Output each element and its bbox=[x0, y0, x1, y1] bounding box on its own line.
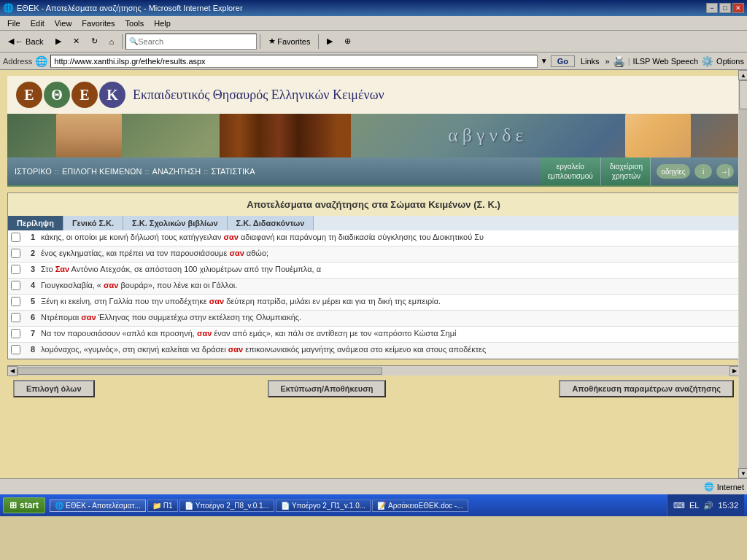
results-table: 1 κάκης, οι οποίοι με κοινή δήλωσή τους … bbox=[8, 230, 739, 359]
nav-istoriko[interactable]: ΙΣΤΟΡΙΚΟ bbox=[15, 167, 52, 176]
title-bar: 🌐 ΕΘΕΚ - Αποτελέσματα αναζήτησης - Micro… bbox=[0, 0, 747, 16]
zone-label: Internet bbox=[717, 483, 744, 491]
table-row: 3 Στο Σαν Αντόνιο Ατεχσάκ, σε απόσταση 1… bbox=[8, 262, 739, 279]
select-all-button[interactable]: Επιλογή όλων bbox=[13, 380, 95, 397]
search-box[interactable]: 🔍 bbox=[125, 34, 257, 50]
back-icon: ◀ bbox=[8, 36, 14, 46]
address-icon: 🌐 bbox=[35, 55, 47, 67]
taskbar-icon: 📄 bbox=[281, 502, 290, 510]
save-params-button[interactable]: Αποθήκευση παραμέτρων αναζήτησης bbox=[559, 380, 734, 397]
minimize-button[interactable]: − bbox=[706, 3, 718, 13]
row-checkbox-3[interactable] bbox=[11, 265, 20, 274]
vertical-scrollbar[interactable]: ▲ ▼ bbox=[738, 70, 747, 478]
menu-tools[interactable]: Tools bbox=[121, 18, 149, 29]
scroll-down-arrow[interactable]: ▼ bbox=[738, 468, 747, 478]
extras-button[interactable]: ⊕ bbox=[339, 34, 356, 48]
scroll-track[interactable] bbox=[18, 367, 729, 376]
row-text: λομόναχος, «γυμνός», στη σκηνή καλείται … bbox=[38, 343, 739, 359]
nav-help-btn[interactable]: οδηγίες bbox=[657, 164, 690, 179]
options-label[interactable]: Options bbox=[716, 57, 744, 66]
table-row: 5 Ξένη κι εκείνη, στη Γαλλία που την υπο… bbox=[8, 295, 739, 311]
menu-view[interactable]: View bbox=[50, 18, 77, 29]
menu-edit[interactable]: Edit bbox=[26, 18, 49, 29]
banner-person-right bbox=[625, 114, 691, 158]
row-highlight: σαν bbox=[223, 233, 238, 241]
row-highlight: σαν bbox=[104, 281, 118, 289]
ilsp-speech-label[interactable]: ILSP Web Speech bbox=[633, 57, 699, 66]
row-checkbox-2[interactable] bbox=[11, 249, 20, 258]
tab-geniko[interactable]: Γενικό Σ.Κ. bbox=[63, 216, 123, 230]
close-button[interactable]: ✕ bbox=[732, 3, 744, 13]
tab-didaskontes[interactable]: Σ.Κ. Διδασκόντων bbox=[228, 216, 314, 230]
options-icon[interactable]: ⚙️ bbox=[701, 55, 713, 67]
taskbar-icon: 📝 bbox=[377, 502, 386, 510]
home-button[interactable]: ⌂ bbox=[104, 35, 120, 48]
taskbar-label: Υποέργο 2_Π1_v.1.0... bbox=[292, 502, 365, 510]
scroll-left-arrow[interactable]: ◀ bbox=[7, 366, 18, 376]
address-input[interactable] bbox=[54, 57, 533, 66]
tab-scholika[interactable]: Σ.Κ. Σχολικών βιβλίων bbox=[123, 216, 227, 230]
nav-management-btn[interactable]: διαχείριση χρηστών bbox=[603, 158, 651, 185]
row-text: Στο Σαν Αντόνιο Ατεχσάκ, σε απόσταση 100… bbox=[38, 262, 739, 279]
language-indicator[interactable]: EL bbox=[689, 501, 699, 510]
taskbar-item-3[interactable]: 📄Υποέργο 2_Π1_v.1.0... bbox=[276, 499, 371, 512]
back-button[interactable]: ◀ ← Back bbox=[3, 34, 49, 48]
nav-links: ΙΣΤΟΡΙΚΟ :: ΕΠΙΛΟΓΗ ΚΕΙΜΕΝΩΝ :: ΑΝΑΖΗΤΗΣ… bbox=[7, 163, 541, 180]
toolbar: ◀ ← Back ▶ ✕ ↻ ⌂ 🔍 ★ Favorites ▶ ⊕ bbox=[0, 31, 747, 52]
horizontal-scrollbar[interactable]: ◀ ▶ bbox=[7, 365, 740, 376]
row-checkbox-6[interactable] bbox=[11, 313, 20, 322]
scroll-thumb[interactable] bbox=[18, 368, 382, 375]
taskbar-item-4[interactable]: 📝ΑρσάκειοΕΘΕΚ.doc -... bbox=[372, 499, 468, 512]
taskbar-item-0[interactable]: 🌐ΕΘΕΚ - Αποτελέσματ... bbox=[50, 499, 146, 512]
taskbar-icon: 🌐 bbox=[55, 502, 63, 510]
results-title: Αποτελέσματα αναζήτησης στα Σώματα Κειμέ… bbox=[8, 193, 739, 216]
menu-help[interactable]: Help bbox=[150, 18, 175, 29]
scroll-up-arrow[interactable]: ▲ bbox=[738, 70, 747, 80]
print-icon[interactable]: 🖨️ bbox=[613, 55, 625, 67]
scroll-v-thumb[interactable] bbox=[739, 80, 747, 109]
favorites-button[interactable]: ★ Favorites bbox=[263, 34, 315, 48]
forward-icon: ▶ bbox=[55, 36, 61, 46]
row-text: Ντρέπομαι σαν Έλληνας που συμμετέχω στην… bbox=[38, 311, 739, 327]
table-row: 1 κάκης, οι οποίοι με κοινή δήλωσή τους … bbox=[8, 230, 739, 246]
scroll-v-track[interactable] bbox=[739, 80, 747, 468]
nav-epilogi[interactable]: ΕΠΙΛΟΓΗ ΚΕΙΜΕΝΩΝ bbox=[62, 167, 142, 176]
row-text: Να τον παρουσιάσουν «απλό και προσηνή, σ… bbox=[38, 327, 739, 343]
links-button[interactable]: Links bbox=[578, 57, 603, 66]
address-input-wrap[interactable] bbox=[50, 55, 537, 68]
nav-anazitisi[interactable]: ΑΝΑΖΗΤΗΣΗ bbox=[152, 167, 201, 176]
start-button[interactable]: ⊞ start bbox=[3, 497, 45, 513]
row-checkbox-4[interactable] bbox=[11, 281, 20, 290]
row-checkbox-5[interactable] bbox=[11, 297, 20, 306]
media-button[interactable]: ▶ bbox=[322, 34, 338, 48]
row-checkbox-7[interactable] bbox=[11, 329, 20, 338]
go-button[interactable]: Go bbox=[551, 55, 575, 67]
nav-info-btn[interactable]: i bbox=[694, 164, 712, 179]
row-checkbox-8[interactable] bbox=[11, 345, 20, 354]
nav-icon-area: οδηγίες i →| bbox=[651, 161, 740, 182]
nav-exit-btn[interactable]: →| bbox=[716, 164, 734, 179]
restore-button[interactable]: □ bbox=[719, 3, 731, 13]
search-input[interactable] bbox=[138, 37, 240, 46]
menu-file[interactable]: File bbox=[3, 18, 25, 29]
nav-statistika[interactable]: ΣΤΑΤΙΣΤΙΚΑ bbox=[211, 167, 255, 176]
status-right: 🌐 Internet bbox=[704, 482, 744, 491]
logo-letter-e1: Ε bbox=[16, 82, 42, 108]
menu-favorites[interactable]: Favorites bbox=[77, 18, 119, 29]
stop-button[interactable]: ✕ bbox=[68, 34, 85, 48]
dropdown-icon[interactable]: ▼ bbox=[541, 57, 548, 65]
print-button[interactable]: Εκτύπωση/Αποθήκευση bbox=[268, 380, 387, 397]
forward-button[interactable]: ▶ bbox=[50, 34, 66, 48]
speaker-icon[interactable]: 🔊 bbox=[703, 501, 713, 510]
taskbar-item-2[interactable]: 📄Υποέργο 2_Π8_v.0.1... bbox=[179, 499, 274, 512]
windows-logo: ⊞ bbox=[9, 500, 17, 510]
nav-enrichment-btn[interactable]: εργαλείο εμπλουτισμού bbox=[541, 158, 601, 185]
row-number: 3 bbox=[23, 262, 38, 279]
tab-perilipsi[interactable]: Περίληψη bbox=[8, 216, 63, 230]
row-checkbox-1[interactable] bbox=[11, 233, 20, 242]
refresh-button[interactable]: ↻ bbox=[86, 34, 103, 48]
row-number: 1 bbox=[23, 230, 38, 246]
address-bar: Address 🌐 ▼ Go Links » 🖨️ | ILSP Web Spe… bbox=[0, 52, 747, 70]
logo-letter-theta: Θ bbox=[44, 82, 70, 108]
taskbar-item-1[interactable]: 📁Π1 bbox=[147, 499, 178, 512]
